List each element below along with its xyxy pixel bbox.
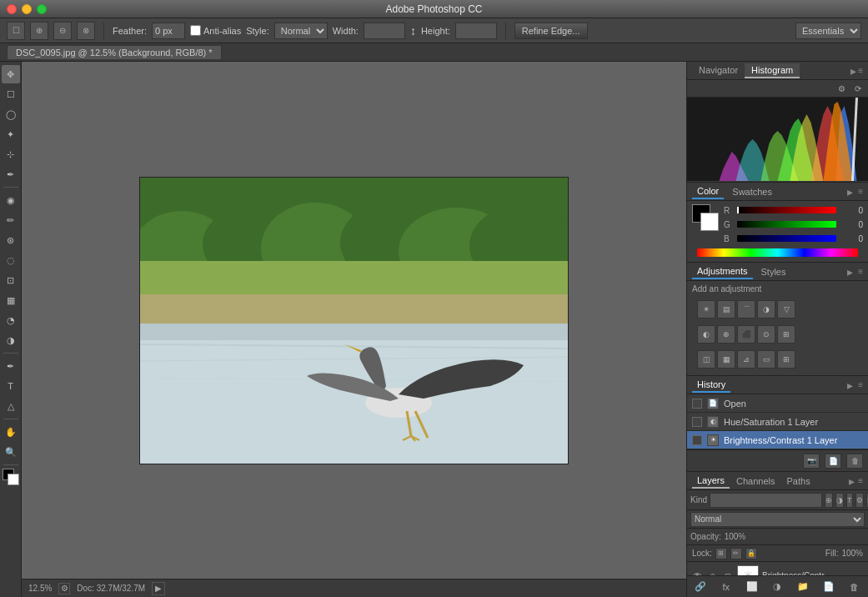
invert-adj-icon[interactable]: ◫ xyxy=(697,350,715,369)
color-tab[interactable]: Color xyxy=(692,184,724,199)
layers-panel-menu[interactable]: ≡ xyxy=(858,476,863,485)
create-group-button[interactable]: 📁 xyxy=(795,579,811,594)
intersect-selection-icon[interactable]: ⊗ xyxy=(77,22,95,40)
hue-sat-adj-icon[interactable]: ◐ xyxy=(697,325,715,344)
lock-all-icon[interactable]: 🔒 xyxy=(745,548,757,559)
create-new-doc-button[interactable]: 📄 xyxy=(825,454,841,469)
rectangular-marquee-icon[interactable]: ☐ xyxy=(7,22,25,40)
add-mask-button[interactable]: ⬜ xyxy=(744,579,760,594)
eraser-tool[interactable]: ⊡ xyxy=(2,271,20,289)
paths-tab[interactable]: Paths xyxy=(782,474,815,488)
history-checkbox-2[interactable] xyxy=(692,435,702,445)
spot-heal-tool[interactable]: ◉ xyxy=(2,191,20,209)
color-swatches[interactable] xyxy=(3,469,19,485)
layer-visibility-0[interactable]: 👁 xyxy=(690,569,704,576)
histogram-settings-icon[interactable]: ⚙ xyxy=(835,82,848,95)
adj-panel-expand[interactable]: ▸ xyxy=(847,266,853,278)
history-item-2[interactable]: ☀ Brightness/Contrast 1 Layer xyxy=(687,431,868,449)
dodge-tool[interactable]: ◑ xyxy=(2,331,20,349)
add-to-selection-icon[interactable]: ⊕ xyxy=(30,22,48,40)
panel-menu-button[interactable]: ≡ xyxy=(858,66,863,75)
swatches-tab[interactable]: Swatches xyxy=(727,185,777,198)
color-balance-adj-icon[interactable]: ⊕ xyxy=(717,325,735,344)
lasso-tool[interactable]: ◯ xyxy=(2,105,20,123)
blur-tool[interactable]: ◔ xyxy=(2,311,20,329)
eyedropper-tool[interactable]: ✒ xyxy=(2,165,20,183)
exposure-adj-icon[interactable]: ◑ xyxy=(757,300,775,319)
layers-panel-expand[interactable]: ▸ xyxy=(849,475,855,487)
adj-panel-menu[interactable]: ≡ xyxy=(858,267,863,276)
delete-layer-button[interactable]: 🗑 xyxy=(846,579,863,594)
background-color[interactable] xyxy=(8,474,19,485)
green-slider[interactable] xyxy=(737,221,836,228)
quick-select-tool[interactable]: ✦ xyxy=(2,125,20,143)
histogram-refresh-icon[interactable]: ⟳ xyxy=(851,82,865,95)
height-input[interactable] xyxy=(455,23,497,39)
color-panel-expand[interactable]: ▸ xyxy=(847,186,853,198)
selective-color-adj-icon[interactable]: ⊞ xyxy=(777,350,795,369)
clone-tool[interactable]: ⊛ xyxy=(2,231,20,249)
layer-filter-btn2[interactable]: ◑ xyxy=(835,493,844,508)
create-snapshot-button[interactable]: 📷 xyxy=(803,454,820,469)
text-tool[interactable]: T xyxy=(2,377,20,395)
layer-filter-btn1[interactable]: ⊕ xyxy=(825,493,833,508)
style-select[interactable]: Normal xyxy=(274,23,328,39)
create-new-layer-button[interactable]: 📄 xyxy=(820,579,837,594)
color-spectrum[interactable] xyxy=(697,248,858,257)
brush-tool[interactable]: ✏ xyxy=(2,211,20,229)
history-checkbox-0[interactable] xyxy=(692,399,702,409)
navigator-tab[interactable]: Navigator xyxy=(692,63,745,78)
background-swatch[interactable] xyxy=(700,213,719,231)
layer-item-0[interactable]: 👁 ⊛ ⊡ ☀ Brightness/Contr... xyxy=(687,562,868,575)
doc-tab[interactable]: DSC_0095.jpg @ 12.5% (Background, RGB/8)… xyxy=(7,45,222,59)
width-input[interactable] xyxy=(364,23,405,39)
create-new-fill-button[interactable]: ◑ xyxy=(769,579,785,594)
bw-adj-icon[interactable]: ⬛ xyxy=(737,325,755,344)
feather-input[interactable] xyxy=(152,23,185,39)
photo-filter-adj-icon[interactable]: ⊙ xyxy=(757,325,775,344)
essentials-select[interactable]: Essentials xyxy=(795,23,861,39)
history-brush-tool[interactable]: ◌ xyxy=(2,251,20,269)
lock-pixels-icon[interactable]: ✏ xyxy=(730,548,742,559)
styles-tab[interactable]: Styles xyxy=(756,265,791,278)
hand-tool[interactable]: ✋ xyxy=(2,423,20,441)
maximize-button[interactable] xyxy=(37,4,47,14)
history-item-1[interactable]: ◐ Hue/Saturation 1 Layer xyxy=(687,413,868,431)
shape-tool[interactable]: △ xyxy=(2,397,20,415)
histogram-tab[interactable]: Histogram xyxy=(745,63,800,78)
layer-filter-btn4[interactable]: ⚙ xyxy=(855,493,864,508)
link-layers-button[interactable]: 🔗 xyxy=(692,579,709,594)
canvas-image[interactable] xyxy=(139,177,569,464)
history-checkbox-1[interactable] xyxy=(692,417,702,427)
color-panel-menu[interactable]: ≡ xyxy=(858,187,863,196)
levels-adj-icon[interactable]: ▤ xyxy=(717,300,735,319)
anti-alias-checkbox[interactable]: Anti-alias xyxy=(190,25,241,36)
gradient-map-adj-icon[interactable]: ▭ xyxy=(757,350,775,369)
history-panel-menu[interactable]: ≡ xyxy=(858,380,863,389)
history-tab[interactable]: History xyxy=(692,378,730,393)
layer-filter-input[interactable] xyxy=(710,493,822,508)
add-layer-style-button[interactable]: fx xyxy=(718,579,735,594)
red-slider[interactable] xyxy=(737,207,836,213)
pen-tool[interactable]: ✒ xyxy=(2,357,20,375)
minimize-button[interactable] xyxy=(22,4,32,14)
curves-adj-icon[interactable]: ⌒ xyxy=(737,300,755,319)
adjustments-tab[interactable]: Adjustments xyxy=(692,264,753,279)
brightness-adj-icon[interactable]: ☀ xyxy=(697,300,715,319)
channel-mixer-adj-icon[interactable]: ⊞ xyxy=(777,325,795,344)
posterize-adj-icon[interactable]: ▦ xyxy=(717,350,735,369)
nav-forward-button[interactable]: ▶ xyxy=(152,582,165,595)
threshold-adj-icon[interactable]: ⊿ xyxy=(737,350,755,369)
refine-edge-button[interactable]: Refine Edge... xyxy=(514,23,588,39)
gradient-tool[interactable]: ▦ xyxy=(2,291,20,309)
history-item-0[interactable]: 📄 Open xyxy=(687,394,868,413)
close-button[interactable] xyxy=(7,4,17,14)
crop-tool[interactable]: ⊹ xyxy=(2,145,20,163)
zoom-controls[interactable]: ⚙ xyxy=(58,583,70,594)
history-panel-expand[interactable]: ▸ xyxy=(847,379,853,391)
delete-state-button[interactable]: 🗑 xyxy=(846,454,863,469)
vibrance-adj-icon[interactable]: ▽ xyxy=(777,300,795,319)
blue-slider[interactable] xyxy=(737,235,836,242)
move-tool[interactable]: ✥ xyxy=(2,65,20,83)
marquee-tool[interactable]: ☐ xyxy=(2,85,20,103)
